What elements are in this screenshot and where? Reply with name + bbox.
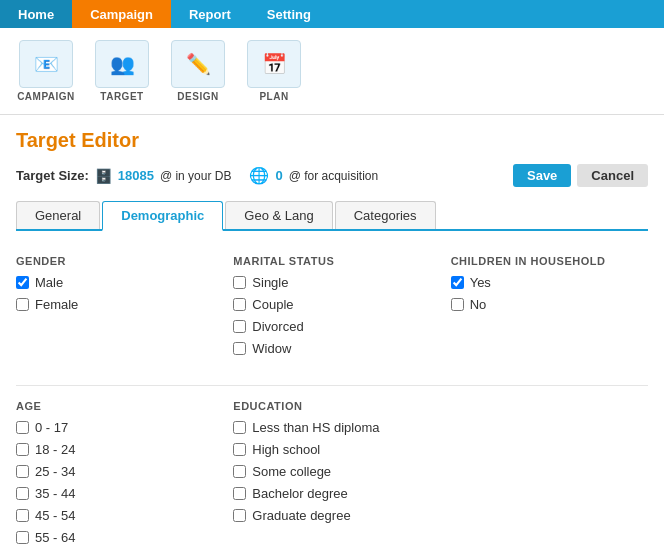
edu-some-college-checkbox[interactable] <box>233 465 246 478</box>
children-no-row: No <box>451 297 648 312</box>
acquisition-icon: 🌐 <box>249 166 269 185</box>
age-0-17-checkbox[interactable] <box>16 421 29 434</box>
children-yes-row: Yes <box>451 275 648 290</box>
icon-plan[interactable]: 📅 PLAN <box>238 36 310 106</box>
marital-header: MARITAL STATUS <box>233 255 430 267</box>
nav-home[interactable]: Home <box>0 0 72 28</box>
nav-campaign[interactable]: Campaign <box>72 0 171 28</box>
age-55-64-row: 55 - 64 <box>16 530 213 545</box>
icon-design[interactable]: ✏️ DESIGN <box>162 36 234 106</box>
plan-icon: 📅 <box>247 40 301 88</box>
education-section: EDUCATION Less than HS diploma High scho… <box>233 400 430 552</box>
age-45-54-row: 45 - 54 <box>16 508 213 523</box>
top-navigation: Home Campaign Report Setting <box>0 0 664 28</box>
couple-checkbox[interactable] <box>233 298 246 311</box>
single-row: Single <box>233 275 430 290</box>
age-35-44-checkbox[interactable] <box>16 487 29 500</box>
children-no-label[interactable]: No <box>470 297 487 312</box>
age-35-44-label[interactable]: 35 - 44 <box>35 486 75 501</box>
single-checkbox[interactable] <box>233 276 246 289</box>
children-no-checkbox[interactable] <box>451 298 464 311</box>
couple-label[interactable]: Couple <box>252 297 293 312</box>
empty-col <box>451 400 648 552</box>
db-text: @ in your DB <box>160 169 232 183</box>
gender-male-row: Male <box>16 275 213 290</box>
children-yes-label[interactable]: Yes <box>470 275 491 290</box>
age-header: AGE <box>16 400 213 412</box>
edu-less-hs-label[interactable]: Less than HS diploma <box>252 420 379 435</box>
icon-target[interactable]: 👥 TARGET <box>86 36 158 106</box>
age-25-34-row: 25 - 34 <box>16 464 213 479</box>
male-checkbox[interactable] <box>16 276 29 289</box>
save-button[interactable]: Save <box>513 164 571 187</box>
children-section: CHILDREN IN HOUSEHOLD Yes No <box>451 255 648 363</box>
gender-header: GENDER <box>16 255 213 267</box>
age-18-24-label[interactable]: 18 - 24 <box>35 442 75 457</box>
education-header: EDUCATION <box>233 400 430 412</box>
male-label[interactable]: Male <box>35 275 63 290</box>
acq-text: @ for acquisition <box>289 169 379 183</box>
children-yes-checkbox[interactable] <box>451 276 464 289</box>
tab-demographic[interactable]: Demographic <box>102 201 223 231</box>
edu-graduate-row: Graduate degree <box>233 508 430 523</box>
tabs: General Demographic Geo & Lang Categorie… <box>16 201 648 231</box>
nav-report[interactable]: Report <box>171 0 249 28</box>
tab-general[interactable]: General <box>16 201 100 229</box>
edu-some-college-label[interactable]: Some college <box>252 464 331 479</box>
divorced-label[interactable]: Divorced <box>252 319 303 334</box>
target-size-label: Target Size: <box>16 168 89 183</box>
edu-graduate-label[interactable]: Graduate degree <box>252 508 350 523</box>
edu-bachelor-checkbox[interactable] <box>233 487 246 500</box>
female-checkbox[interactable] <box>16 298 29 311</box>
icon-campaign[interactable]: 📧 CAMPAIGN <box>10 36 82 106</box>
design-label: DESIGN <box>177 91 218 102</box>
cancel-button[interactable]: Cancel <box>577 164 648 187</box>
gender-female-row: Female <box>16 297 213 312</box>
marital-status-section: MARITAL STATUS Single Couple Divorced Wi… <box>233 255 430 363</box>
widow-label[interactable]: Widow <box>252 341 291 356</box>
edu-bachelor-label[interactable]: Bachelor degree <box>252 486 347 501</box>
gender-section: GENDER Male Female <box>16 255 213 363</box>
edu-hs-row: High school <box>233 442 430 457</box>
top-sections: GENDER Male Female MARITAL STATUS Single… <box>16 247 648 371</box>
divorced-checkbox[interactable] <box>233 320 246 333</box>
divorced-row: Divorced <box>233 319 430 334</box>
db-icon: 🗄️ <box>95 168 112 184</box>
campaign-icon: 📧 <box>19 40 73 88</box>
tab-geo-lang[interactable]: Geo & Lang <box>225 201 332 229</box>
age-0-17-label[interactable]: 0 - 17 <box>35 420 68 435</box>
section-divider <box>16 385 648 386</box>
age-55-64-checkbox[interactable] <box>16 531 29 544</box>
female-label[interactable]: Female <box>35 297 78 312</box>
edu-less-hs-row: Less than HS diploma <box>233 420 430 435</box>
age-section: AGE 0 - 17 18 - 24 25 - 34 35 - 44 45 - … <box>16 400 213 552</box>
target-size-count: 18085 <box>118 168 154 183</box>
target-icon: 👥 <box>95 40 149 88</box>
age-25-34-checkbox[interactable] <box>16 465 29 478</box>
age-18-24-checkbox[interactable] <box>16 443 29 456</box>
bottom-sections: AGE 0 - 17 18 - 24 25 - 34 35 - 44 45 - … <box>16 400 648 552</box>
edu-some-college-row: Some college <box>233 464 430 479</box>
age-45-54-checkbox[interactable] <box>16 509 29 522</box>
nav-setting[interactable]: Setting <box>249 0 329 28</box>
page-title: Target Editor <box>16 129 648 152</box>
acq-count: 0 <box>275 168 282 183</box>
campaign-label: CAMPAIGN <box>17 91 75 102</box>
design-icon: ✏️ <box>171 40 225 88</box>
edu-less-hs-checkbox[interactable] <box>233 421 246 434</box>
single-label[interactable]: Single <box>252 275 288 290</box>
edu-hs-label[interactable]: High school <box>252 442 320 457</box>
edu-bachelor-row: Bachelor degree <box>233 486 430 501</box>
widow-checkbox[interactable] <box>233 342 246 355</box>
main-content: Target Editor Target Size: 🗄️ 18085 @ in… <box>0 115 664 552</box>
tab-categories[interactable]: Categories <box>335 201 436 229</box>
edu-hs-checkbox[interactable] <box>233 443 246 456</box>
target-label: TARGET <box>100 91 143 102</box>
couple-row: Couple <box>233 297 430 312</box>
target-size-bar: Target Size: 🗄️ 18085 @ in your DB 🌐 0 @… <box>16 164 648 187</box>
age-55-64-label[interactable]: 55 - 64 <box>35 530 75 545</box>
edu-graduate-checkbox[interactable] <box>233 509 246 522</box>
age-25-34-label[interactable]: 25 - 34 <box>35 464 75 479</box>
children-header: CHILDREN IN HOUSEHOLD <box>451 255 648 267</box>
age-45-54-label[interactable]: 45 - 54 <box>35 508 75 523</box>
